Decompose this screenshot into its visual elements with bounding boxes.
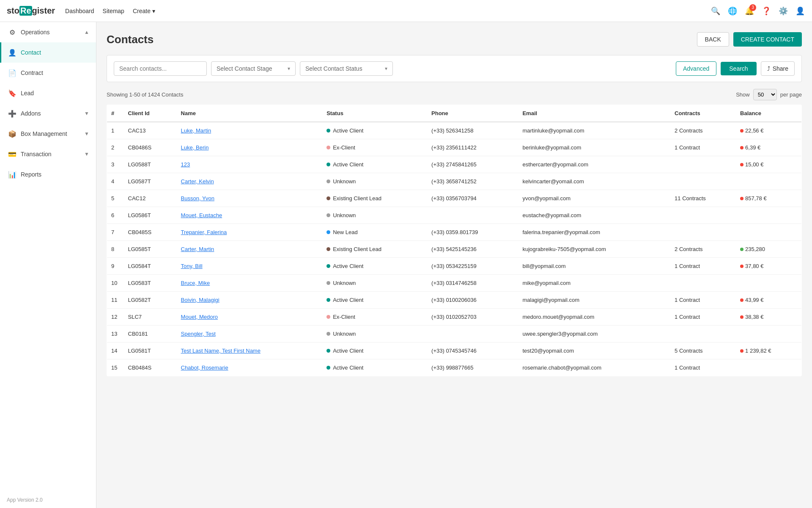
contact-status: Active Client	[322, 359, 427, 376]
notifications-icon[interactable]: 🔔 3	[744, 6, 754, 16]
contact-name[interactable]: Mouet, Eustache	[177, 207, 323, 224]
search-input[interactable]	[114, 61, 207, 76]
client-id: CAC13	[124, 122, 177, 139]
contact-name[interactable]: Luke, Berin	[177, 139, 323, 156]
status-dropdown[interactable]: Select Contact Status ▾	[300, 61, 393, 76]
sidebar-item-box-management[interactable]: 📦 Box Management ▼	[0, 124, 96, 144]
user-avatar[interactable]: 👤	[795, 6, 805, 16]
row-num: 4	[107, 173, 124, 190]
contact-balance	[736, 207, 801, 224]
back-button[interactable]: BACK	[697, 32, 729, 47]
contact-name[interactable]: Spengler, Test	[177, 326, 323, 342]
logo-re: Re	[19, 6, 32, 16]
contact-status: Unknown	[322, 275, 427, 292]
contract-icon: 📄	[8, 69, 16, 77]
status-dot-icon	[326, 332, 330, 336]
create-contact-button[interactable]: CREATE CONTACT	[733, 32, 802, 47]
contact-name[interactable]: Boivin, Malagigi	[177, 292, 323, 309]
balance-indicator	[740, 298, 743, 302]
sidebar-item-lead[interactable]: 🔖 Lead	[0, 83, 96, 103]
table-row: 4 LG0587T Carter, Kelvin Unknown (+33) 3…	[107, 173, 802, 190]
transaction-icon: 💳	[8, 150, 16, 158]
row-num: 6	[107, 207, 124, 224]
contact-phone: (+33) 5425145236	[427, 241, 518, 258]
contact-status: Active Client	[322, 122, 427, 139]
row-num: 2	[107, 139, 124, 156]
contact-balance: 37,80 €	[736, 258, 801, 275]
chevron-down-icon: ▼	[84, 131, 89, 137]
contact-balance: 38,38 €	[736, 309, 801, 326]
contact-name[interactable]: Test Last Name, Test First Name	[177, 342, 323, 359]
contact-name[interactable]: Carter, Kelvin	[177, 173, 323, 190]
contact-balance	[736, 359, 801, 376]
filter-bar: Select Contact Stage ▾ Select Contact St…	[107, 55, 802, 82]
contact-phone: (+33) 526341258	[427, 122, 518, 139]
row-num: 3	[107, 156, 124, 173]
contact-contracts	[670, 173, 736, 190]
contact-name[interactable]: 123	[177, 156, 323, 173]
balance-indicator	[740, 265, 743, 268]
client-id: CAC12	[124, 190, 177, 207]
col-email: Email	[518, 105, 670, 122]
contact-contracts: 1 Contract	[670, 359, 736, 376]
sidebar-item-transaction[interactable]: 💳 Transaction ▼	[0, 144, 96, 164]
contact-status: Active Client	[322, 342, 427, 359]
col-num: #	[107, 105, 124, 122]
col-balance: Balance	[736, 105, 801, 122]
contact-phone	[427, 207, 518, 224]
status-dot-icon	[326, 247, 330, 251]
contact-name[interactable]: Bruce, Mike	[177, 275, 323, 292]
table-row: 5 CAC12 Busson, Yvon Existing Client Lea…	[107, 190, 802, 207]
sidebar-item-label: Operations	[21, 29, 84, 36]
balance-indicator	[740, 163, 743, 166]
contact-balance: 1 239,82 €	[736, 342, 801, 359]
nav-sitemap[interactable]: Sitemap	[103, 8, 124, 14]
table-meta: Showing 1-50 of 1424 Contacts Show 50 25…	[107, 89, 802, 100]
row-num: 12	[107, 309, 124, 326]
contact-contracts: 1 Contract	[670, 292, 736, 309]
sidebar-item-reports[interactable]: 📊 Reports	[0, 164, 96, 185]
advanced-button[interactable]: Advanced	[676, 61, 716, 76]
contact-email: kujograbreiku-7505@yopmail.com	[518, 241, 670, 258]
app-logo[interactable]: stoRegister	[7, 6, 55, 16]
per-page-select[interactable]: 50 25 100	[753, 89, 777, 100]
contact-name[interactable]: Busson, Yvon	[177, 190, 323, 207]
contact-status: Ex-Client	[322, 309, 427, 326]
share-button[interactable]: ⤴ Share	[761, 61, 795, 76]
sidebar-item-contract[interactable]: 📄 Contract	[0, 63, 96, 83]
nav-create[interactable]: Create ▾	[133, 8, 155, 14]
contact-phone: (+33) 0359.801739	[427, 224, 518, 241]
contact-name[interactable]: Carter, Martin	[177, 241, 323, 258]
contact-email: esthercarter@yopmail.com	[518, 156, 670, 173]
search-icon[interactable]: 🔍	[710, 6, 721, 16]
contact-name[interactable]: Luke, Martin	[177, 122, 323, 139]
contact-name[interactable]: Trepanier, Falerina	[177, 224, 323, 241]
client-id: CB0485S	[124, 224, 177, 241]
chevron-up-icon: ▲	[84, 29, 89, 35]
contact-name[interactable]: Tony, Bill	[177, 258, 323, 275]
nav-links: Dashboard Sitemap Create ▾	[65, 8, 155, 14]
contact-name[interactable]: Chabot, Rosemarie	[177, 359, 323, 376]
settings-icon[interactable]: ⚙️	[778, 6, 788, 16]
contact-contracts: 2 Contracts	[670, 122, 736, 139]
nav-dashboard[interactable]: Dashboard	[65, 8, 94, 14]
contact-email: mike@yopmail.com	[518, 275, 670, 292]
contact-balance: 43,99 €	[736, 292, 801, 309]
contact-status: New Lead	[322, 224, 427, 241]
contact-email: falerina.trepanier@yopmail.com	[518, 224, 670, 241]
status-label: Select Contact Status	[305, 65, 362, 72]
sidebar-item-contact[interactable]: 👤 Contact	[0, 42, 96, 63]
status-dot-icon	[326, 213, 330, 217]
sidebar-item-addons[interactable]: ➕ Addons ▼	[0, 103, 96, 124]
search-button[interactable]: Search	[721, 62, 756, 75]
client-id: LG0584T	[124, 258, 177, 275]
sidebar: ⚙ Operations ▲ 👤 Contact 📄 Contract 🔖 Le…	[0, 22, 96, 508]
col-phone: Phone	[427, 105, 518, 122]
help-icon[interactable]: ❓	[761, 6, 771, 16]
contact-name[interactable]: Mouet, Medoro	[177, 309, 323, 326]
stage-dropdown[interactable]: Select Contact Stage ▾	[211, 61, 296, 76]
globe-icon[interactable]: 🌐	[727, 6, 738, 16]
sidebar-item-operations[interactable]: ⚙ Operations ▲	[0, 22, 96, 42]
status-dot-icon	[326, 349, 330, 353]
table-row: 10 LG0583T Bruce, Mike Unknown (+33) 031…	[107, 275, 802, 292]
